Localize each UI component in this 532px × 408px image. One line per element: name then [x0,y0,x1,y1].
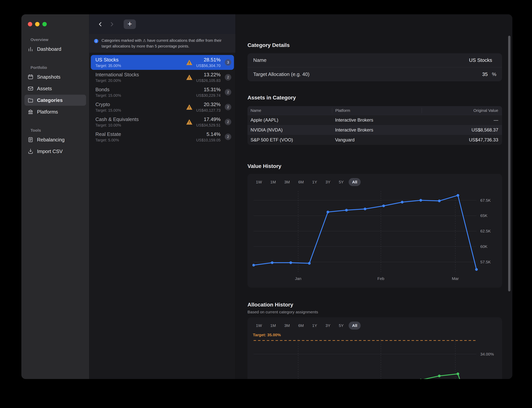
table-row-nvidia[interactable]: NVIDIA (NVDA) Interactive Brokers US$8,5… [247,125,502,135]
range-1w-button[interactable]: 1W [253,322,265,330]
sidebar-item-label: Snapshots [37,74,60,80]
range-3m-button[interactable]: 3M [281,322,293,330]
target-allocation-input[interactable]: 35 [482,71,488,77]
category-percent: 28.51% [196,57,220,63]
category-row-real-estate[interactable]: Real Estate Target: 5.00% ! 5.14% US$10,… [91,129,234,144]
asset-original-value: US$47,736.33 [422,137,502,143]
notes-icon [27,137,34,143]
category-name: Crypto [95,102,121,107]
count-badge: 2 [225,119,231,125]
add-category-button[interactable]: + [124,19,136,29]
sidebar-item-rebalancing[interactable]: Rebalancing [25,134,86,145]
sidebar-section-tools: Tools [31,128,89,133]
target-allocation-label: Target Allocation (e.g. 40) [253,71,310,77]
name-field[interactable]: US Stocks [469,57,492,63]
category-row-cash[interactable]: Cash & Equivalents Target: 10.00% ! 17.4… [91,114,234,129]
percent-suffix: % [492,71,496,77]
range-5y-button[interactable]: 5Y [335,322,347,330]
minimize-window-button[interactable] [35,22,40,26]
assets-in-category-title: Assets in Category [247,95,502,101]
count-badge: 3 [225,59,231,66]
warning-icon: ! [186,119,192,125]
range-1y-button[interactable]: 1Y [309,178,321,186]
sidebar-item-label: Dashboard [37,46,61,52]
back-button[interactable] [95,19,106,30]
category-allocation: 20.32% US$40,127.73 [196,102,220,113]
category-info: US Stocks Target: 35.00% [95,57,121,68]
forward-button[interactable] [106,19,118,30]
value-history-chart: 57.5K60K62.5K65K67.5KJanFebMar [253,188,498,283]
svg-text:Jan: Jan [295,276,302,281]
category-row-crypto[interactable]: Crypto Target: 15.00% ! 20.32% US$40,127… [91,100,234,114]
category-target: Target: 15.00% [95,108,121,113]
sidebar-item-platforms[interactable]: Platforms [25,106,86,117]
sidebar-item-snapshots[interactable]: Snapshots [25,71,86,82]
category-target: Target: 10.00% [95,123,139,128]
range-6m-button[interactable]: 6M [295,178,307,186]
category-target: Target: 20.00% [95,78,139,83]
calendar-icon [27,74,34,80]
category-row-international-stocks[interactable]: International Stocks Target: 20.00% ! 13… [91,70,234,85]
category-percent: 20.32% [196,102,220,107]
category-row-bonds[interactable]: Bonds Target: 15.00% ! 15.31% US$30,229.… [91,85,234,100]
table-header: Name Platform Original Value [247,106,502,115]
sidebar-item-label: Assets [37,86,52,92]
svg-text:Mar: Mar [452,276,459,281]
import-icon [27,148,34,154]
count-badge: 2 [225,134,231,140]
category-name: Bonds [95,87,121,93]
range-3m-button[interactable]: 3M [281,178,293,186]
category-allocation: 28.51% US$56,304.70 [196,57,220,68]
sidebar: Overview Dashboard Portfolio Snapshots A… [21,14,89,379]
column-header-name: Name [247,108,332,113]
count-badge: 2 [225,74,231,81]
asset-original-value: — [422,117,502,123]
category-row-us-stocks[interactable]: US Stocks Target: 35.00% ! 28.51% US$56,… [91,55,234,70]
asset-original-value: US$8,568.37 [422,127,502,133]
category-name: Cash & Equivalents [95,116,139,122]
range-6m-button[interactable]: 6M [295,322,307,330]
svg-text:Feb: Feb [377,276,384,281]
range-1y-button[interactable]: 1Y [309,322,321,330]
sidebar-item-assets[interactable]: Assets [25,83,86,94]
asset-platform: Interactive Brokers [332,127,422,133]
sidebar-section-portfolio: Portfolio [31,65,89,70]
bar-chart-icon [27,46,34,52]
zoom-window-button[interactable] [42,22,47,26]
target-allocation-chart-label: Target: 35.00% [253,333,497,337]
svg-text:57.5K: 57.5K [480,260,491,264]
allocation-history-card: 1W 1M 3M 6M 1Y 3Y 5Y All Target: 35.00% … [247,317,502,379]
range-1w-button[interactable]: 1W [253,178,265,186]
close-window-button[interactable] [28,22,32,26]
range-3y-button[interactable]: 3Y [322,322,334,330]
table-row-voo[interactable]: S&P 500 ETF (VOO) Vanguard US$47,736.33 [247,135,502,145]
sidebar-item-label: Platforms [37,109,58,115]
range-1m-button[interactable]: 1M [267,322,279,330]
value-history-range-selector: 1W 1M 3M 6M 1Y 3Y 5Y All [253,178,497,186]
range-all-button[interactable]: All [349,322,361,330]
svg-text:62.5K: 62.5K [480,229,491,233]
category-details-title: Category Details [247,42,502,48]
category-target: Target: 5.00% [95,138,121,142]
category-allocation: 17.49% US$34,529.51 [196,116,220,128]
category-value: US$56,304.70 [196,64,220,68]
envelope-icon [27,85,34,92]
range-3y-button[interactable]: 3Y [322,178,334,186]
asset-platform: Vanguard [332,137,422,143]
value-history-title: Value History [247,163,502,169]
app-window: Overview Dashboard Portfolio Snapshots A… [21,14,512,379]
category-list: US Stocks Target: 35.00% ! 28.51% US$56,… [89,53,236,144]
sidebar-item-import-csv[interactable]: Import CSV [25,146,86,157]
range-1m-button[interactable]: 1M [267,178,279,186]
table-row-apple[interactable]: Apple (AAPL) Interactive Brokers — [247,115,502,125]
range-all-button[interactable]: All [349,178,361,186]
vertical-scrollbar[interactable] [508,36,510,291]
name-label: Name [253,57,266,63]
sidebar-item-categories[interactable]: Categories [25,95,86,106]
name-row: Name US Stocks [247,53,502,67]
sidebar-item-label: Categories [37,97,63,103]
range-5y-button[interactable]: 5Y [335,178,347,186]
category-percent: 13.22% [196,72,220,78]
sidebar-item-dashboard[interactable]: Dashboard [25,43,86,55]
asset-platform: Interactive Brokers [332,117,422,123]
